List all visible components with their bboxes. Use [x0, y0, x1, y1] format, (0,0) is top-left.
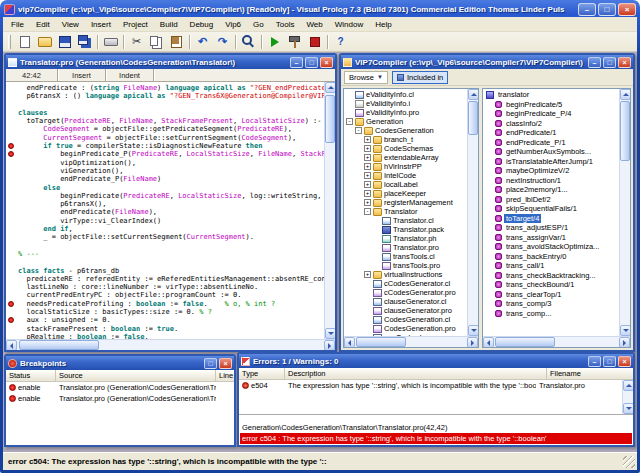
project-restore-button[interactable]: □	[603, 57, 616, 68]
errors-restore-button[interactable]: □	[603, 356, 616, 367]
code-line[interactable]: CodeSegment = objectFile::getPredicateSe…	[6, 125, 324, 133]
error-row[interactable]: e504The expression has type '::string', …	[239, 380, 622, 390]
tree-expander[interactable]: +	[364, 136, 371, 143]
browse-item[interactable]: nextInstruction/1	[483, 176, 619, 186]
redo-button[interactable]	[213, 33, 232, 50]
code-line[interactable]: beginPredicate(PredicateRE, LocalStaticS…	[6, 192, 324, 200]
help-button[interactable]	[331, 33, 350, 50]
tree-expander[interactable]: +	[364, 154, 371, 161]
error-detail-selected[interactable]: error c504 : The expression has type '::…	[240, 433, 632, 444]
browse-item[interactable]: endPredicate/1	[483, 128, 619, 138]
tree-item[interactable]: -Generation	[344, 117, 467, 126]
tree-expander[interactable]: +	[364, 163, 371, 170]
browse-item[interactable]: trans_adjustESP/1	[483, 223, 619, 233]
menu-item-vip6[interactable]: Vip6	[219, 19, 247, 30]
browse-item[interactable]: pred_lblDef/2	[483, 195, 619, 205]
menu-item-debug[interactable]: Debug	[184, 19, 220, 30]
scroll-thumb[interactable]	[495, 337, 555, 347]
breakpoint-marker[interactable]	[8, 151, 14, 157]
browse-item[interactable]: trans_comp...	[483, 309, 619, 319]
breakpoints-title-bar[interactable]: Breakpoints □ ×	[6, 356, 234, 370]
close-button[interactable]: ×	[618, 3, 636, 16]
toolbar-grip[interactable]	[8, 35, 11, 49]
code-line[interactable]: endPredicate_P(FileName)	[6, 175, 324, 183]
browse-vertical-scrollbar[interactable]	[619, 89, 630, 336]
code-line[interactable]: class facts - p6trans_db	[6, 267, 324, 275]
menu-item-edit[interactable]: Edit	[30, 19, 56, 30]
tree-item[interactable]: eValidityInfo.i	[344, 99, 467, 108]
menu-item-tools[interactable]: Tools	[270, 19, 301, 30]
tree-item[interactable]: Translator.pro	[344, 243, 467, 252]
tree-item[interactable]: CodesGeneration.pro	[344, 324, 467, 333]
scroll-left-icon[interactable]	[344, 337, 355, 348]
tree-item[interactable]: cCodesGenerator.cl	[344, 279, 467, 288]
tree-item[interactable]: clauseGenerator.cl	[344, 297, 467, 306]
tree-expander[interactable]: +	[364, 181, 371, 188]
editor-title-bar[interactable]: Translator.pro (Generation\CodesGenerati…	[6, 55, 335, 69]
code-line[interactable]: aux : unsigned := 0.	[6, 316, 324, 324]
code-line[interactable]: currentPredEntryPC : objectFile::program…	[6, 291, 324, 299]
browse-item[interactable]: trans_avoidStackOptimiza...	[483, 242, 619, 252]
code-line[interactable]: p6transX(),	[6, 200, 324, 208]
breakpoints-close-button[interactable]: ×	[219, 358, 232, 369]
column-header-filename[interactable]: Filename	[547, 368, 633, 379]
scroll-right-icon[interactable]	[619, 337, 630, 348]
browse-item[interactable]: trans_comp/3	[483, 299, 619, 309]
tree-expander[interactable]: -	[346, 118, 353, 125]
browse-item[interactable]: beginPredicate_P/4	[483, 109, 619, 119]
browse-item[interactable]: isTranslatableAfterJump/1	[483, 157, 619, 167]
tree-item[interactable]: Translator.ph	[344, 234, 467, 243]
paste-button[interactable]	[167, 33, 186, 50]
tree-expander[interactable]: +	[364, 199, 371, 206]
code-line[interactable]: localStaticSize : basicTypes::size := 0.…	[6, 308, 324, 316]
breakpoints-restore-button[interactable]: □	[204, 358, 217, 369]
code-line[interactable]: endPredicate(FileName),	[6, 208, 324, 216]
menu-item-web[interactable]: Web	[300, 19, 328, 30]
minimize-button[interactable]: –	[578, 3, 596, 16]
tree-item[interactable]: transTools.cl	[344, 252, 467, 261]
column-header-type[interactable]: Type	[239, 368, 285, 379]
browse-item[interactable]: trans_backEntry/0	[483, 252, 619, 262]
code-line[interactable]: else	[6, 184, 324, 192]
tree-item[interactable]: CodesGeneration.cl	[344, 315, 467, 324]
errors-minimize-button[interactable]: –	[588, 356, 601, 367]
code-line[interactable]	[6, 101, 324, 109]
browse-item[interactable]: toTarget/4	[483, 214, 619, 224]
menu-item-insert[interactable]: Insert	[85, 19, 117, 30]
tree-expander[interactable]: +	[364, 190, 371, 197]
browse-item[interactable]: trans_checkBacktracking...	[483, 271, 619, 281]
scroll-thumb[interactable]	[325, 95, 335, 143]
tree-item[interactable]: +placeKeeper	[344, 189, 467, 198]
tree-item[interactable]: transTools.pro	[344, 261, 467, 270]
tree-item[interactable]: Translator.cl	[344, 216, 467, 225]
column-header-line[interactable]: Line	[216, 370, 234, 381]
menu-item-go[interactable]: Go	[247, 19, 270, 30]
tree-item[interactable]: -CodesGeneration	[344, 126, 467, 135]
scroll-thumb[interactable]	[468, 101, 478, 135]
breakpoint-marker[interactable]	[8, 317, 14, 323]
scroll-thumb[interactable]	[620, 101, 630, 161]
resize-grip[interactable]	[623, 456, 635, 468]
error-location[interactable]: Generation\CodesGeneration\Translator\Tr…	[239, 423, 633, 433]
tree-item[interactable]: +extendableArray	[344, 153, 467, 162]
editor-vertical-scrollbar[interactable]	[324, 82, 335, 339]
new-button[interactable]	[15, 33, 34, 50]
scroll-up-icon[interactable]	[325, 82, 335, 93]
cut-button[interactable]	[127, 33, 146, 50]
code-line[interactable]: _ = objectFile::setCurrentSegment(Curren…	[6, 233, 324, 241]
project-minimize-button[interactable]: –	[588, 57, 601, 68]
code-line[interactable]: vipOptimization(),	[6, 159, 324, 167]
save-button[interactable]	[55, 33, 74, 50]
print-button[interactable]	[101, 33, 120, 50]
browse-item[interactable]: trans_assignVar/1	[483, 233, 619, 243]
project-title-bar[interactable]: VIP7Compiler (e:\vp\_Vip6\source\Compile…	[341, 55, 633, 69]
code-line[interactable]: CurrentSegment = objectFile::setCurrentS…	[6, 134, 324, 142]
menu-item-file[interactable]: File	[5, 19, 30, 30]
editor-minimize-button[interactable]: –	[290, 57, 303, 68]
tree-horizontal-scrollbar[interactable]	[344, 336, 478, 347]
scroll-right-icon[interactable]	[324, 340, 335, 351]
scroll-up-icon[interactable]	[468, 89, 478, 100]
scroll-down-icon[interactable]	[620, 325, 630, 336]
build-button[interactable]	[285, 33, 304, 50]
code-line[interactable]: % ---	[6, 250, 324, 258]
